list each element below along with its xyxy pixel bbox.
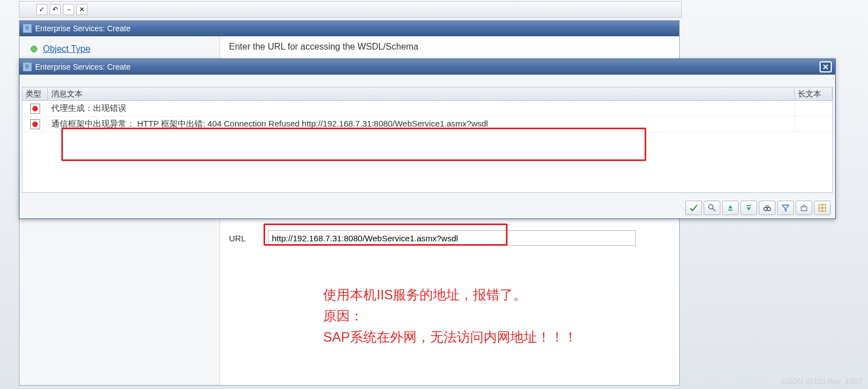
toolbar-icon[interactable]: ✓ <box>36 4 47 15</box>
error-icon <box>30 119 40 129</box>
col-message[interactable]: 消息文本 <box>48 87 794 100</box>
svg-point-6 <box>764 207 767 211</box>
grid-icon[interactable] <box>814 201 831 215</box>
svg-rect-4 <box>747 205 751 206</box>
annotation-text: 使用本机IIS服务的地址，报错了。 原因： SAP系统在外网，无法访问内网地址！… <box>323 284 635 348</box>
svg-rect-3 <box>728 210 733 211</box>
filter-icon[interactable] <box>777 201 794 215</box>
step-bullet-icon <box>31 46 37 52</box>
sidebar-item-object-type[interactable]: Object Type <box>31 42 220 56</box>
url-input[interactable] <box>268 230 636 246</box>
longtext-cell[interactable] <box>794 116 832 132</box>
svg-line-1 <box>713 208 715 211</box>
annotation-box-error <box>61 128 646 161</box>
close-icon[interactable]: ✕ <box>820 61 832 72</box>
app-toolbar: ✓ ↶ → ✕ <box>19 1 682 18</box>
sort-desc-icon[interactable] <box>740 201 757 215</box>
annotation-line: 原因： <box>323 305 635 327</box>
sort-asc-icon[interactable] <box>722 201 739 215</box>
check-icon[interactable] <box>685 201 702 215</box>
window-title: Enterprise Services: Create <box>35 62 130 71</box>
error-icon <box>30 104 40 114</box>
window-icon: ⎘ <box>23 62 32 71</box>
col-longtext[interactable]: 长文本 <box>794 87 832 100</box>
watermark: CSDN @1314lay_1007 <box>781 377 862 386</box>
longtext-cell[interactable] <box>794 101 832 116</box>
grid-toolbar <box>685 201 831 215</box>
annotation-line: 使用本机IIS服务的地址，报错了。 <box>323 284 635 305</box>
url-label: URL <box>229 234 257 243</box>
col-type[interactable]: 类型 <box>22 87 48 100</box>
svg-marker-2 <box>728 205 733 208</box>
svg-rect-10 <box>801 207 807 211</box>
url-row: URL <box>229 230 670 246</box>
window-title: Enterprise Services: Create <box>35 24 130 33</box>
message-grid: 类型 消息文本 长文本 代理生成：出现错误 通信框架中出现异常： HTTP 框架… <box>22 87 833 193</box>
message-cell: 代理生成：出现错误 <box>48 103 794 114</box>
svg-point-0 <box>709 205 713 209</box>
titlebar-back[interactable]: ⎘ Enterprise Services: Create <box>19 21 679 36</box>
window-icon: ⎘ <box>23 24 32 33</box>
table-row[interactable]: 通信框架中出现异常： HTTP 框架中出错: 404 Connection Re… <box>22 116 832 132</box>
toolbar-icon[interactable]: ↶ <box>50 4 61 15</box>
grid-header: 类型 消息文本 长文本 <box>22 87 832 101</box>
binoculars-icon[interactable] <box>759 201 776 215</box>
wizard-hint: Enter the URL for accessing the WSDL/Sch… <box>229 42 670 52</box>
svg-rect-8 <box>766 206 768 207</box>
export-icon[interactable] <box>796 201 812 215</box>
toolbar-icon[interactable]: → <box>63 4 74 15</box>
table-row[interactable]: 代理生成：出现错误 <box>22 101 832 116</box>
find-icon[interactable] <box>704 201 720 215</box>
error-window: ⎘ Enterprise Services: Create ✕ 类型 消息文本 … <box>19 59 836 219</box>
titlebar-front[interactable]: ⎘ Enterprise Services: Create ✕ <box>19 59 835 75</box>
svg-marker-9 <box>782 205 789 211</box>
svg-point-7 <box>767 207 771 211</box>
svg-marker-5 <box>747 207 751 211</box>
toolbar-icon[interactable]: ✕ <box>76 4 87 15</box>
annotation-line: SAP系统在外网，无法访问内网地址！！！ <box>323 327 635 348</box>
sidebar-item-label: Object Type <box>43 44 90 54</box>
message-cell: 通信框架中出现异常： HTTP 框架中出错: 404 Connection Re… <box>48 119 794 129</box>
